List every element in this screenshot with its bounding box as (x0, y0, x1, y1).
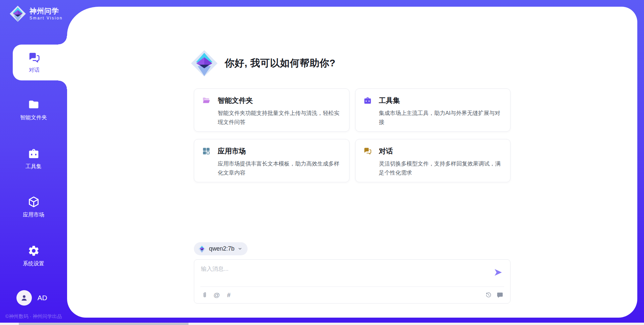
user-initials: AD (37, 294, 47, 302)
sidebar-item-label: 智能文件夹 (20, 114, 47, 121)
send-icon (493, 268, 503, 277)
history-icon (485, 291, 492, 299)
sidebar: 神州问学 Smart Vision 对话 智能文件夹 工具集 应用市场 (0, 0, 67, 325)
paperclip-icon (201, 291, 208, 299)
card-description: 灵活切换多模型文件，支持多样回复效果调试，满足个性化需求 (379, 159, 502, 177)
attach-button[interactable] (200, 290, 209, 299)
greeting-logo-icon (191, 50, 218, 77)
model-selector[interactable]: qwen2:7b (194, 242, 248, 255)
sidebar-item-chat[interactable]: 对话 (13, 45, 67, 80)
chevron-down-icon (237, 246, 243, 251)
message-icon (496, 291, 503, 299)
card-smart-folder[interactable]: 智能文件夹 智能文件夹功能支持批量文件上传与清洗，轻松实现文件问答 (194, 88, 350, 132)
app-title: 神州问学 (30, 7, 63, 15)
sidebar-item-label: 工具集 (25, 163, 42, 170)
grid-icon (202, 147, 211, 155)
card-app-market[interactable]: 应用市场 应用市场提供丰富长文本模板，助力高效生成多样化文章内容 (194, 139, 350, 182)
feature-cards: 智能文件夹 智能文件夹功能支持批量文件上传与清洗，轻松实现文件问答 工具集 集成… (194, 88, 511, 182)
app-subtitle: Smart Vision (30, 16, 63, 20)
card-title: 工具集 (379, 96, 400, 105)
cube-icon (28, 196, 40, 208)
sidebar-item-apps[interactable]: 应用市场 (0, 196, 67, 218)
briefcase-icon (28, 147, 40, 160)
sidebar-item-label: 应用市场 (23, 211, 44, 218)
gear-icon (28, 245, 40, 257)
model-name: qwen2:7b (209, 245, 234, 252)
tab-fillet-top (58, 36, 67, 45)
user-profile[interactable]: AD (0, 290, 67, 306)
composer-toolbar: @ # (200, 290, 504, 300)
topic-button[interactable]: # (224, 290, 233, 299)
sidebar-item-tools[interactable]: 工具集 (0, 147, 67, 170)
chat-icon (28, 51, 41, 64)
greeting: 你好, 我可以如何帮助你? (191, 50, 511, 77)
history-button[interactable] (484, 290, 493, 299)
card-toolset[interactable]: 工具集 集成市场上主流工具，助力AI与外界无缝扩展与对接 (355, 88, 511, 132)
card-description: 应用市场提供丰富长文本模板，助力高效生成多样化文章内容 (218, 159, 341, 177)
hash-icon: # (227, 292, 231, 298)
card-description: 集成市场上主流工具，助力AI与外界无缝扩展与对接 (379, 109, 502, 127)
card-title: 应用市场 (218, 146, 246, 156)
messages-button[interactable] (495, 290, 504, 299)
sidebar-item-settings[interactable]: 系统设置 (0, 245, 67, 267)
card-chat[interactable]: 对话 灵活切换多模型文件，支持多样回复效果调试，满足个性化需求 (355, 139, 511, 182)
avatar (16, 290, 32, 306)
composer-area: qwen2:7b (194, 242, 511, 304)
mention-button[interactable]: @ (212, 290, 221, 299)
send-button[interactable] (493, 268, 503, 277)
card-title: 智能文件夹 (218, 96, 253, 105)
composer: @ # (194, 259, 511, 304)
tab-fillet-bottom (58, 80, 67, 89)
folder-icon (28, 99, 40, 111)
sidebar-item-label: 对话 (29, 67, 40, 74)
app-logo: 神州问学 Smart Vision (9, 5, 63, 22)
composer-divider (200, 286, 504, 287)
sidebar-item-label: 系统设置 (23, 260, 44, 267)
message-input[interactable] (200, 264, 489, 285)
card-description: 智能文件夹功能支持批量文件上传与清洗，轻松实现文件问答 (218, 109, 341, 127)
chat-icon (363, 147, 372, 155)
horizontal-scrollbar[interactable] (0, 323, 644, 325)
card-title: 对话 (379, 146, 393, 156)
at-icon: @ (214, 292, 220, 298)
sidebar-item-folders[interactable]: 智能文件夹 (0, 99, 67, 121)
logo-diamond-icon (9, 5, 26, 22)
main-panel: 你好, 我可以如何帮助你? 智能文件夹 智能文件夹功能支持批量文件 (67, 7, 637, 318)
copyright: ©神州数码 · 神州问学出品 (0, 313, 67, 320)
folder-open-icon (202, 96, 211, 105)
briefcase-icon (363, 96, 372, 105)
greeting-title: 你好, 我可以如何帮助你? (225, 57, 335, 70)
person-icon (20, 294, 29, 302)
model-logo-icon (198, 245, 206, 253)
scrollbar-thumb[interactable] (19, 323, 189, 325)
